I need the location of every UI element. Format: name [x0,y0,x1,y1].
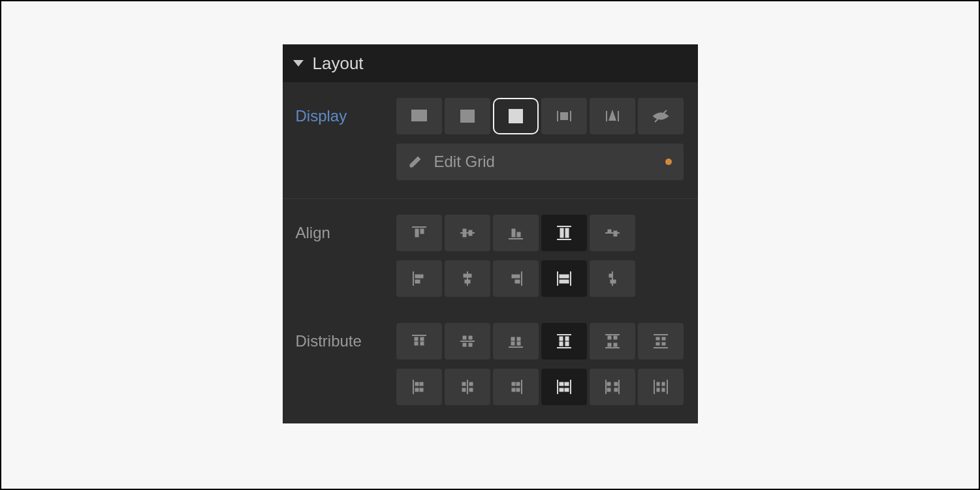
inline-block-icon [554,106,574,126]
dist-v-center-icon [458,331,477,351]
align-content-group [396,323,684,360]
justify-content-space-between-button[interactable] [590,369,635,405]
svg-rect-81 [662,343,665,345]
align-items-end-button[interactable] [493,215,539,251]
svg-rect-62 [511,342,514,345]
dist-h-start-icon [409,377,429,397]
align-items-stretch-button[interactable] [541,215,587,251]
svg-rect-101 [565,382,569,386]
svg-rect-48 [610,280,616,283]
display-inline-block-button[interactable] [541,98,587,134]
align-items-center-button[interactable] [445,215,490,251]
justify-content-start-button[interactable] [396,369,442,405]
display-button-group [396,98,684,134]
display-flex-button[interactable] [445,98,490,134]
svg-rect-113 [662,382,665,386]
justify-items-baseline-button[interactable] [590,260,635,297]
svg-rect-99 [560,382,563,386]
svg-rect-96 [516,388,520,391]
display-block-button[interactable] [396,98,442,134]
svg-rect-84 [415,388,419,391]
svg-rect-74 [608,343,611,346]
svg-rect-45 [560,280,569,283]
dist-h-center-icon [458,377,477,397]
dist-h-around-icon [651,377,671,397]
svg-rect-102 [565,388,569,391]
dist-h-stretch-icon [554,377,574,397]
svg-rect-105 [607,382,610,386]
svg-rect-114 [662,388,665,391]
edit-grid-label: Edit Grid [434,153,654,171]
svg-rect-44 [560,275,569,278]
justify-content-end-button[interactable] [493,369,539,405]
display-inline-button[interactable] [590,98,635,134]
align-content-end-button[interactable] [493,323,539,360]
svg-rect-51 [420,337,424,341]
flex-icon [458,106,477,126]
edit-grid-button[interactable]: Edit Grid [396,144,684,180]
svg-rect-31 [608,230,611,233]
justify-content-group [396,369,684,405]
align-items-group [396,215,635,251]
svg-rect-9 [517,117,520,120]
align-content-space-between-button[interactable] [590,323,635,360]
dist-h-end-icon [506,377,526,397]
svg-rect-6 [512,112,514,115]
svg-rect-86 [420,388,423,391]
svg-rect-35 [415,280,420,283]
align-content-stretch-button[interactable] [541,323,587,360]
svg-rect-108 [614,388,618,391]
dist-v-stretch-icon [554,331,574,351]
align-baseline-icon [603,223,622,243]
justify-items-start-button[interactable] [396,260,442,297]
svg-rect-28 [560,228,563,237]
svg-rect-73 [614,336,617,339]
align-distribute-section: Align [283,199,698,423]
svg-rect-83 [415,382,419,386]
panel-header[interactable]: Layout [283,44,698,82]
align-middle-icon [458,223,477,243]
svg-rect-60 [511,337,514,341]
align-stretch-v-icon [554,223,574,243]
svg-rect-75 [614,343,617,346]
grid-icon [506,106,526,126]
svg-rect-41 [515,280,520,283]
justify-content-space-around-button[interactable] [638,369,684,405]
svg-rect-79 [662,337,665,340]
align-content-space-around-button[interactable] [638,323,684,360]
justify-items-end-button[interactable] [493,260,539,297]
display-none-button[interactable] [638,98,684,134]
svg-rect-32 [614,231,617,236]
align-content-center-button[interactable] [445,323,490,360]
svg-rect-95 [516,382,520,386]
dist-v-start-icon [409,331,429,351]
svg-rect-63 [517,342,520,345]
svg-rect-67 [565,337,569,341]
layout-panel: Layout Display [283,44,698,423]
justify-content-stretch-button[interactable] [541,369,587,405]
align-right-icon [506,269,526,288]
svg-rect-72 [608,336,611,339]
svg-rect-47 [609,274,612,277]
svg-rect-7 [517,112,520,115]
align-items-baseline-button[interactable] [590,215,635,251]
svg-rect-40 [512,275,520,278]
svg-rect-19 [420,229,424,234]
svg-rect-22 [469,230,472,236]
justify-items-stretch-button[interactable] [541,260,587,297]
svg-rect-0 [412,110,426,121]
justify-items-center-button[interactable] [445,260,490,297]
panel-title: Layout [313,54,364,74]
svg-rect-2 [461,110,474,122]
align-label: Align [296,224,381,242]
display-grid-button[interactable] [493,98,539,134]
align-stretch-h-icon [554,269,574,288]
justify-content-center-button[interactable] [445,369,490,405]
svg-rect-107 [614,382,618,386]
display-label[interactable]: Display [296,107,381,125]
align-content-start-button[interactable] [396,323,442,360]
svg-rect-18 [415,229,419,237]
align-items-start-button[interactable] [396,215,442,251]
svg-rect-57 [463,343,466,346]
pencil-icon [408,155,422,169]
